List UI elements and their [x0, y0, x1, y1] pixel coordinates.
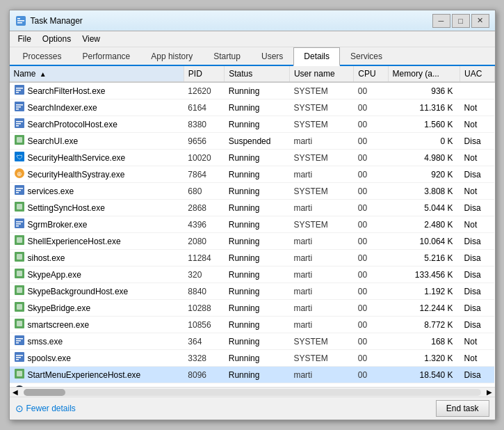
fewer-details-icon: ⊙	[15, 403, 24, 414]
process-name: ShellExperienceHost.exe	[28, 237, 121, 246]
svg-rect-50	[16, 357, 21, 358]
tab-processes[interactable]: Processes	[13, 47, 72, 66]
cell-uac: Not	[460, 216, 494, 233]
cell-status: Running	[225, 82, 290, 99]
table-row[interactable]: SkypeApp.exe 320 Running marti 00 133.45…	[10, 266, 495, 283]
cell-status: Running	[225, 300, 290, 317]
cell-uac: Disa	[460, 200, 494, 216]
process-name: SkypeApp.exe	[28, 270, 81, 280]
menu-view[interactable]: View	[76, 33, 106, 45]
cell-pid: 10288	[184, 300, 224, 317]
table-row[interactable]: StartMenuExperienceHost.exe 8096 Running…	[10, 367, 495, 383]
table-row[interactable]: sihost.exe 11284 Running marti 00 5.216 …	[10, 250, 495, 266]
cell-pid: 2080	[184, 233, 224, 250]
table-row[interactable]: SearchFilterHost.exe 12620 Running SYSTE…	[10, 82, 495, 99]
tabs-bar: Processes Performance App history Startu…	[10, 47, 495, 66]
menu-options[interactable]: Options	[37, 33, 76, 45]
cell-username: SYSTEM	[289, 150, 353, 166]
table-row[interactable]: SkypeBackgroundHost.exe 8840 Running mar…	[10, 283, 495, 300]
col-header-memory[interactable]: Memory (a...	[388, 66, 460, 82]
scroll-thumb[interactable]	[24, 389, 65, 396]
cell-status: Running	[225, 317, 290, 333]
col-header-username[interactable]: User name	[289, 66, 353, 82]
cell-uac: Disa	[460, 250, 494, 266]
cell-username: SYSTEM	[289, 116, 353, 133]
process-name: SkypeBridge.exe	[28, 303, 91, 313]
table-row[interactable]: SettingSyncHost.exe 2868 Running marti 0…	[10, 200, 495, 216]
col-header-status[interactable]: Status	[225, 66, 290, 82]
cell-status: Running	[225, 183, 290, 200]
svg-rect-51	[16, 359, 19, 360]
cell-pid: 364	[184, 333, 224, 350]
cell-status: Suspended	[225, 133, 290, 150]
table-row[interactable]: SkypeBridge.exe 10288 Running marti 00 1…	[10, 300, 495, 317]
scroll-left-arrow[interactable]: ◀	[10, 388, 21, 396]
svg-rect-23	[16, 188, 23, 189]
cell-username: SYSTEM	[289, 350, 353, 367]
table-row[interactable]: SearchProtocolHost.exe 8380 Running SYST…	[10, 116, 495, 133]
table-row[interactable]: ⊕ SecurityHealthSystray.exe 7864 Running…	[10, 166, 495, 183]
cell-username: SYSTEM	[289, 183, 353, 200]
table-row[interactable]: smartscreen.exe 10856 Running marti 00 8…	[10, 317, 495, 333]
cell-username: marti	[289, 300, 353, 317]
table-row[interactable]: spoolsv.exe 3328 Running SYSTEM 00 1.320…	[10, 350, 495, 367]
cell-uac: Disa	[460, 283, 494, 300]
process-icon-8	[14, 218, 25, 231]
table-row[interactable]: smss.exe 364 Running SYSTEM 00 168 K Not	[10, 333, 495, 350]
end-task-button[interactable]: End task	[436, 400, 489, 417]
title-bar: Task Manager ─ □ ✕	[10, 10, 495, 31]
tab-users[interactable]: Users	[251, 47, 293, 66]
svg-rect-35	[17, 254, 22, 260]
scroll-track[interactable]	[24, 389, 481, 396]
cell-username: marti	[289, 166, 353, 183]
tab-app-history[interactable]: App history	[140, 47, 203, 66]
process-icon-4: 🛡	[14, 151, 25, 164]
cell-status: Running	[225, 250, 290, 266]
cell-username: marti	[289, 266, 353, 283]
cell-memory: 10.064 K	[388, 233, 460, 250]
cell-name: sihost.exe	[10, 250, 184, 266]
cell-username: marti	[289, 317, 353, 333]
cell-status: Running	[225, 200, 290, 216]
process-table-container[interactable]: Name ▲ PID Status User name CPU Memory (…	[10, 66, 495, 387]
tab-services[interactable]: Services	[340, 47, 393, 66]
maximize-button[interactable]: □	[452, 14, 470, 28]
tab-details[interactable]: Details	[293, 47, 340, 66]
svg-rect-15	[16, 125, 19, 127]
cell-cpu: 00	[354, 166, 388, 183]
svg-rect-10	[16, 106, 21, 108]
cell-name: services.exe	[10, 183, 184, 200]
process-name: SgrmBroker.exe	[28, 220, 88, 230]
scroll-right-arrow[interactable]: ▶	[484, 388, 495, 396]
table-row[interactable]: ShellExperienceHost.exe 2080 Running mar…	[10, 233, 495, 250]
cell-cpu: 00	[354, 82, 388, 99]
col-header-cpu[interactable]: CPU	[354, 66, 388, 82]
horizontal-scrollbar[interactable]: ◀ ▶	[10, 387, 495, 397]
menu-file[interactable]: File	[13, 33, 37, 45]
tab-performance[interactable]: Performance	[72, 47, 141, 66]
col-header-pid[interactable]: PID	[184, 66, 224, 82]
cell-name: SkypeBridge.exe	[10, 300, 184, 317]
cell-cpu: 00	[354, 266, 388, 283]
task-manager-window: Task Manager ─ □ ✕ File Options View Pro…	[9, 10, 496, 420]
table-row[interactable]: SearchUI.exe 9656 Suspended marti 00 0 K…	[10, 133, 495, 150]
col-header-uac[interactable]: UAC	[460, 66, 494, 82]
cell-memory: 18.540 K	[388, 367, 460, 383]
cell-uac: Disa	[460, 233, 494, 250]
svg-text:🛡: 🛡	[16, 154, 22, 161]
process-icon-3	[14, 134, 25, 148]
status-bar: ⊙ Fewer details End task	[10, 397, 495, 420]
svg-rect-13	[16, 121, 23, 122]
col-header-name[interactable]: Name ▲	[10, 66, 184, 82]
cell-pid: 320	[184, 266, 224, 283]
minimize-button[interactable]: ─	[432, 14, 450, 28]
content-area: Name ▲ PID Status User name CPU Memory (…	[10, 66, 495, 397]
close-button[interactable]: ✕	[471, 14, 489, 28]
table-row[interactable]: SearchIndexer.exe 6164 Running SYSTEM 00…	[10, 99, 495, 116]
cell-name: SearchIndexer.exe	[10, 99, 184, 116]
fewer-details-button[interactable]: ⊙ Fewer details	[15, 403, 76, 414]
table-row[interactable]: SgrmBroker.exe 4396 Running SYSTEM 00 2.…	[10, 216, 495, 233]
table-row[interactable]: services.exe 680 Running SYSTEM 00 3.808…	[10, 183, 495, 200]
tab-startup[interactable]: Startup	[203, 47, 251, 66]
table-row[interactable]: 🛡 SecurityHealthService.exe 10020 Runnin…	[10, 150, 495, 166]
